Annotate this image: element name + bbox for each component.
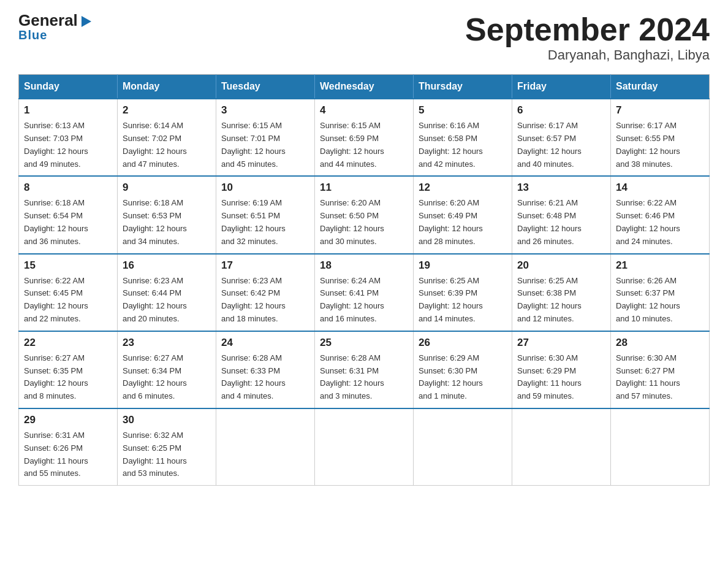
weekday-header-tuesday: Tuesday <box>216 75 315 99</box>
day-info: Sunrise: 6:24 AM Sunset: 6:41 PM Dayligh… <box>320 275 408 326</box>
day-number: 10 <box>221 182 309 194</box>
day-info: Sunrise: 6:28 AM Sunset: 6:33 PM Dayligh… <box>221 352 309 403</box>
calendar-subtitle: Daryanah, Banghazi, Libya <box>465 47 710 63</box>
calendar-cell: 12Sunrise: 6:20 AM Sunset: 6:49 PM Dayli… <box>414 176 512 253</box>
calendar-cell <box>216 408 315 486</box>
calendar-cell: 15Sunrise: 6:22 AM Sunset: 6:45 PM Dayli… <box>19 254 118 331</box>
day-info: Sunrise: 6:30 AM Sunset: 6:29 PM Dayligh… <box>517 352 605 403</box>
weekday-header-thursday: Thursday <box>414 75 512 99</box>
calendar-week-2: 8Sunrise: 6:18 AM Sunset: 6:54 PM Daylig… <box>19 176 710 253</box>
calendar-cell: 13Sunrise: 6:21 AM Sunset: 6:48 PM Dayli… <box>512 176 611 253</box>
calendar-cell: 11Sunrise: 6:20 AM Sunset: 6:50 PM Dayli… <box>315 176 414 253</box>
day-number: 1 <box>24 104 112 117</box>
calendar-cell <box>315 408 414 486</box>
day-info: Sunrise: 6:26 AM Sunset: 6:37 PM Dayligh… <box>616 275 704 326</box>
day-number: 25 <box>320 337 408 349</box>
day-number: 8 <box>24 182 112 194</box>
calendar-cell: 25Sunrise: 6:28 AM Sunset: 6:31 PM Dayli… <box>315 331 414 408</box>
calendar-cell: 14Sunrise: 6:22 AM Sunset: 6:46 PM Dayli… <box>611 176 710 253</box>
day-info: Sunrise: 6:15 AM Sunset: 6:59 PM Dayligh… <box>320 120 408 170</box>
logo-general: General <box>18 12 78 28</box>
calendar-cell: 8Sunrise: 6:18 AM Sunset: 6:54 PM Daylig… <box>19 176 118 253</box>
calendar-week-3: 15Sunrise: 6:22 AM Sunset: 6:45 PM Dayli… <box>19 254 710 331</box>
day-info: Sunrise: 6:31 AM Sunset: 6:26 PM Dayligh… <box>24 429 112 480</box>
logo-blue: Blue <box>18 28 47 42</box>
day-info: Sunrise: 6:27 AM Sunset: 6:35 PM Dayligh… <box>24 352 112 403</box>
title-block: September 2024 Daryanah, Banghazi, Libya <box>465 12 710 63</box>
calendar-cell: 17Sunrise: 6:23 AM Sunset: 6:42 PM Dayli… <box>216 254 315 331</box>
day-number: 11 <box>320 182 408 194</box>
calendar-cell: 29Sunrise: 6:31 AM Sunset: 6:26 PM Dayli… <box>19 408 118 486</box>
calendar-week-1: 1Sunrise: 6:13 AM Sunset: 7:03 PM Daylig… <box>19 99 710 176</box>
day-number: 15 <box>24 259 112 272</box>
logo: General Blue <box>18 12 93 42</box>
calendar-cell: 24Sunrise: 6:28 AM Sunset: 6:33 PM Dayli… <box>216 331 315 408</box>
calendar-cell: 5Sunrise: 6:16 AM Sunset: 6:58 PM Daylig… <box>414 99 512 176</box>
calendar-cell: 3Sunrise: 6:15 AM Sunset: 7:01 PM Daylig… <box>216 99 315 176</box>
day-info: Sunrise: 6:20 AM Sunset: 6:49 PM Dayligh… <box>419 197 507 248</box>
calendar-cell: 28Sunrise: 6:30 AM Sunset: 6:27 PM Dayli… <box>611 331 710 408</box>
day-info: Sunrise: 6:21 AM Sunset: 6:48 PM Dayligh… <box>517 197 605 248</box>
day-info: Sunrise: 6:14 AM Sunset: 7:02 PM Dayligh… <box>123 120 211 170</box>
day-info: Sunrise: 6:23 AM Sunset: 6:42 PM Dayligh… <box>221 275 309 326</box>
calendar-header: SundayMondayTuesdayWednesdayThursdayFrid… <box>19 75 710 99</box>
calendar-cell <box>611 408 710 486</box>
day-info: Sunrise: 6:28 AM Sunset: 6:31 PM Dayligh… <box>320 352 408 403</box>
day-info: Sunrise: 6:16 AM Sunset: 6:58 PM Dayligh… <box>419 120 507 170</box>
calendar-cell: 22Sunrise: 6:27 AM Sunset: 6:35 PM Dayli… <box>19 331 118 408</box>
day-number: 9 <box>123 182 211 194</box>
calendar-cell: 19Sunrise: 6:25 AM Sunset: 6:39 PM Dayli… <box>414 254 512 331</box>
day-number: 2 <box>123 104 211 117</box>
calendar-cell: 18Sunrise: 6:24 AM Sunset: 6:41 PM Dayli… <box>315 254 414 331</box>
day-number: 16 <box>123 259 211 272</box>
logo-text: General <box>18 12 93 28</box>
day-number: 27 <box>517 337 605 349</box>
calendar-cell: 16Sunrise: 6:23 AM Sunset: 6:44 PM Dayli… <box>118 254 216 331</box>
calendar-cell: 20Sunrise: 6:25 AM Sunset: 6:38 PM Dayli… <box>512 254 611 331</box>
day-number: 14 <box>616 182 704 194</box>
calendar-table: SundayMondayTuesdayWednesdayThursdayFrid… <box>18 74 710 486</box>
day-number: 7 <box>616 104 704 117</box>
day-number: 22 <box>24 337 112 349</box>
calendar-week-4: 22Sunrise: 6:27 AM Sunset: 6:35 PM Dayli… <box>19 331 710 408</box>
calendar-cell: 23Sunrise: 6:27 AM Sunset: 6:34 PM Dayli… <box>118 331 216 408</box>
day-info: Sunrise: 6:18 AM Sunset: 6:53 PM Dayligh… <box>123 197 211 248</box>
day-info: Sunrise: 6:23 AM Sunset: 6:44 PM Dayligh… <box>123 275 211 326</box>
calendar-cell: 4Sunrise: 6:15 AM Sunset: 6:59 PM Daylig… <box>315 99 414 176</box>
day-number: 12 <box>419 182 507 194</box>
calendar-body: 1Sunrise: 6:13 AM Sunset: 7:03 PM Daylig… <box>19 99 710 485</box>
day-info: Sunrise: 6:20 AM Sunset: 6:50 PM Dayligh… <box>320 197 408 248</box>
day-number: 23 <box>123 337 211 349</box>
day-number: 17 <box>221 259 309 272</box>
day-number: 5 <box>419 104 507 117</box>
day-number: 13 <box>517 182 605 194</box>
weekday-header-friday: Friday <box>512 75 611 99</box>
day-number: 18 <box>320 259 408 272</box>
day-number: 29 <box>24 414 112 426</box>
day-number: 24 <box>221 337 309 349</box>
day-info: Sunrise: 6:15 AM Sunset: 7:01 PM Dayligh… <box>221 120 309 170</box>
day-info: Sunrise: 6:17 AM Sunset: 6:55 PM Dayligh… <box>616 120 704 170</box>
calendar-cell: 10Sunrise: 6:19 AM Sunset: 6:51 PM Dayli… <box>216 176 315 253</box>
day-number: 30 <box>123 414 211 426</box>
day-info: Sunrise: 6:13 AM Sunset: 7:03 PM Dayligh… <box>24 120 112 170</box>
weekday-header-sunday: Sunday <box>19 75 118 99</box>
day-number: 3 <box>221 104 309 117</box>
day-number: 19 <box>419 259 507 272</box>
day-number: 4 <box>320 104 408 117</box>
calendar-cell: 2Sunrise: 6:14 AM Sunset: 7:02 PM Daylig… <box>118 99 216 176</box>
calendar-cell: 30Sunrise: 6:32 AM Sunset: 6:25 PM Dayli… <box>118 408 216 486</box>
day-info: Sunrise: 6:22 AM Sunset: 6:46 PM Dayligh… <box>616 197 704 248</box>
weekday-header-saturday: Saturday <box>611 75 710 99</box>
day-info: Sunrise: 6:22 AM Sunset: 6:45 PM Dayligh… <box>24 275 112 326</box>
day-number: 28 <box>616 337 704 349</box>
calendar-cell: 26Sunrise: 6:29 AM Sunset: 6:30 PM Dayli… <box>414 331 512 408</box>
day-info: Sunrise: 6:32 AM Sunset: 6:25 PM Dayligh… <box>123 429 211 480</box>
calendar-cell <box>512 408 611 486</box>
weekday-header-wednesday: Wednesday <box>315 75 414 99</box>
day-info: Sunrise: 6:25 AM Sunset: 6:39 PM Dayligh… <box>419 275 507 326</box>
day-info: Sunrise: 6:17 AM Sunset: 6:57 PM Dayligh… <box>517 120 605 170</box>
day-info: Sunrise: 6:29 AM Sunset: 6:30 PM Dayligh… <box>419 352 507 403</box>
day-number: 6 <box>517 104 605 117</box>
calendar-cell: 21Sunrise: 6:26 AM Sunset: 6:37 PM Dayli… <box>611 254 710 331</box>
